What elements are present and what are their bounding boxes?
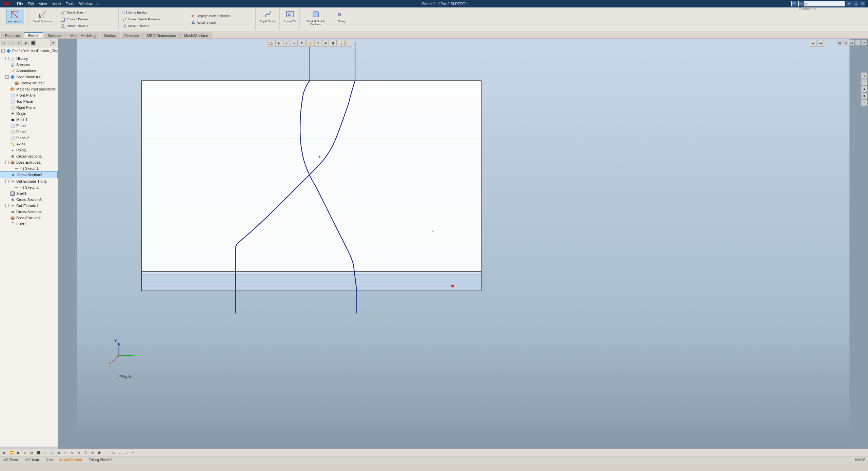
view-btn-section[interactable]: ⊞ [330, 40, 337, 47]
btm-btn-12[interactable]: ◈ [76, 450, 82, 456]
cut-extrude1-expand[interactable]: + [5, 204, 9, 207]
tab-mesh-modeling[interactable]: Mesh Modeling [66, 33, 99, 38]
tree-item-plane1[interactable]: ⬜ Plane 1 [0, 129, 58, 135]
tree-item-cross-section4[interactable]: ⊗ Cross-Section4 [0, 209, 58, 215]
redo-btn[interactable]: ↪ [817, 40, 824, 47]
minimize-btn[interactable]: − [846, 1, 852, 6]
search-bar[interactable]: 🔍 Search Commands [791, 1, 845, 6]
btm-btn-11[interactable]: ⊕ [69, 450, 75, 456]
tree-item-boss-extrude2[interactable]: 📦 Boss-Extrude2 [0, 215, 58, 221]
menu-insert[interactable]: Insert [50, 2, 62, 6]
trim-entities-btn[interactable]: ✂ Trim Entities ▼ [59, 9, 88, 16]
tree-item-plane[interactable]: ⬜ Plane [0, 123, 58, 129]
tree-item-shell1[interactable]: 🔲 Shell1 [0, 190, 58, 197]
boss-extrude1b-expand[interactable]: - [5, 161, 9, 164]
instant2d-btn[interactable]: 2D Instant2D [282, 9, 297, 23]
tab-mbd-dimensions[interactable]: MBD Dimensions [143, 33, 180, 38]
btm-btn-1[interactable]: ▶ [1, 450, 7, 456]
btm-btn-15[interactable]: ⬟ [96, 450, 102, 456]
restore-btn[interactable]: □ [853, 1, 859, 6]
tree-item-cross-section1[interactable]: ⊗ Cross-Section1 [0, 153, 58, 159]
tree-item-sensors[interactable]: 📡 Sensors [0, 62, 58, 68]
tree-item-sketch1[interactable]: ✏ (-) Sketch1 [0, 165, 58, 171]
view-btn-display[interactable]: □ [314, 40, 321, 47]
tree-root-expand[interactable]: - [1, 49, 5, 53]
tree-item-plane2[interactable]: ⬜ Plane 2 [0, 135, 58, 141]
btm-btn-17[interactable]: ⌥ [110, 450, 116, 456]
offset-entities-btn[interactable]: Offset Entities ▼ [59, 23, 90, 29]
tree-item-solid-bodies[interactable]: - 🔷 Solid Bodies(1) [0, 74, 58, 80]
view-btn-pan[interactable]: ✋ [307, 40, 313, 47]
tab-evaluate[interactable]: Evaluate [121, 33, 143, 38]
btm-btn-10[interactable]: ☆ [62, 450, 68, 456]
tree-item-history[interactable]: + 🕐 History [0, 56, 58, 62]
tree-item-top-plane[interactable]: ⬜ Top Plane [0, 98, 58, 104]
btm-btn-4[interactable]: ⊙ [22, 450, 28, 456]
tree-btn-filter[interactable]: ▼ [50, 40, 56, 46]
tree-item-material[interactable]: 🎨 Material <not specified> [0, 86, 58, 92]
linear-sketch-pattern-btn[interactable]: Linear Sketch Pattern ▼ [121, 16, 162, 22]
sketch-viewport[interactable]: + + + X Y Z *Right [58, 39, 868, 449]
convert-entities-btn[interactable]: Convert Entities [59, 16, 90, 22]
btm-btn-19[interactable]: ⊃ [123, 450, 130, 456]
btm-btn-14[interactable]: ⊗ [90, 450, 96, 456]
menu-window[interactable]: Window [78, 2, 94, 6]
btm-btn-2[interactable]: ⏩ [8, 450, 14, 456]
view-btn-zoom-fit[interactable]: ⊙ [275, 40, 282, 47]
smart-dimension-btn[interactable]: 2 Smart Dimension [31, 9, 55, 23]
panel-btn-3[interactable]: ⊕ [861, 86, 867, 92]
btm-btn-18[interactable]: ⊂ [117, 450, 123, 456]
btm-btn-13[interactable]: ⎔ [83, 450, 89, 456]
view-btn-more[interactable]: ⋯ [346, 40, 352, 47]
panel-btn-4[interactable]: ⊞ [861, 93, 867, 99]
tree-item-origin[interactable]: ✛ Origin [0, 110, 58, 117]
btm-btn-3[interactable]: ▣ [15, 450, 21, 456]
tab-mesh2surface[interactable]: Mesh2Surface [180, 33, 212, 38]
help-icon[interactable]: ? [96, 2, 99, 5]
tree-item-point1[interactable]: • Point1 [0, 147, 58, 153]
close-viewport-btn[interactable]: ✕ [861, 40, 867, 45]
btm-btn-5[interactable]: ◑ [28, 450, 35, 456]
menu-tools[interactable]: Tools [64, 2, 76, 6]
view-btn-lights[interactable]: 💡 [338, 40, 344, 47]
panel-resize-handle[interactable] [0, 447, 58, 449]
tree-item-mesh1[interactable]: ◼ Mesh1 [0, 117, 58, 123]
tree-item-cut-extrude1[interactable]: + ✂ Cut-Extrude1 [0, 203, 58, 209]
shaded-sketch-contours-btn[interactable]: Shaded Sketch Contours [302, 9, 329, 26]
view-btn-zoom-in[interactable]: + [283, 40, 290, 47]
expand-btn-1[interactable]: ⊞ [837, 40, 842, 45]
btm-btn-8[interactable]: ⬡ [49, 450, 55, 456]
tree-item-boss-extrude1b[interactable]: - 📦 Boss-Extrude1 [0, 159, 58, 165]
tab-surfaces[interactable]: Surfaces [44, 33, 66, 38]
tree-btn-3[interactable]: ≡ [16, 40, 22, 46]
display-delete-relations-btn[interactable]: ! Display/Delete Relations [189, 13, 231, 19]
view-btn-hide-show[interactable]: 👁 [322, 40, 329, 47]
expand-btn-4[interactable]: ⬚ [855, 40, 861, 45]
rapid-sketch-btn[interactable]: Rapid Sketch [258, 9, 277, 23]
cut-extrude-thin1-expand[interactable]: - [5, 180, 9, 183]
tab-sketch[interactable]: Sketch [24, 32, 43, 38]
tree-root[interactable]: - 🔷 Part2 (Default<<Default>_Display S [0, 47, 58, 54]
history-expand[interactable]: + [5, 57, 9, 60]
tree-item-fillet1[interactable]: ⌒ Fillet1 [0, 221, 58, 227]
tree-item-right-plane[interactable]: ⬜ Right Plane [0, 104, 58, 110]
expand-btn-2[interactable]: □ [843, 40, 848, 45]
undo-btn[interactable]: ↩ [810, 40, 816, 47]
menu-file[interactable]: File [16, 2, 24, 6]
view-btn-rotate[interactable]: ↻ [299, 40, 305, 47]
panel-btn-2[interactable]: ☆ [861, 79, 867, 85]
tree-btn-1[interactable]: ⚙ [1, 40, 7, 46]
view-btn-zoom-out[interactable]: − [291, 40, 298, 47]
tab-features[interactable]: Features [1, 33, 23, 38]
close-btn[interactable]: ✕ [860, 1, 865, 6]
btm-btn-7[interactable]: △ [42, 450, 48, 456]
tree-item-boss-extrude1[interactable]: 📦 Boss-Extrude1 [0, 80, 58, 86]
tree-item-cross-section2[interactable]: ⊗ Cross-Section2 [0, 171, 58, 178]
tree-item-annotations[interactable]: 📝 Annotations [0, 68, 58, 74]
tree-item-axis1[interactable]: 📏 Axis1 [0, 141, 58, 147]
tab-markup[interactable]: Markup [100, 33, 120, 38]
tree-item-cross-section3[interactable]: ⊗ Cross-Section3 [0, 197, 58, 203]
tree-btn-2[interactable]: □ [8, 40, 15, 46]
view-btn-home[interactable]: 🏠 [268, 40, 274, 47]
menu-edit[interactable]: Edit [26, 2, 36, 6]
